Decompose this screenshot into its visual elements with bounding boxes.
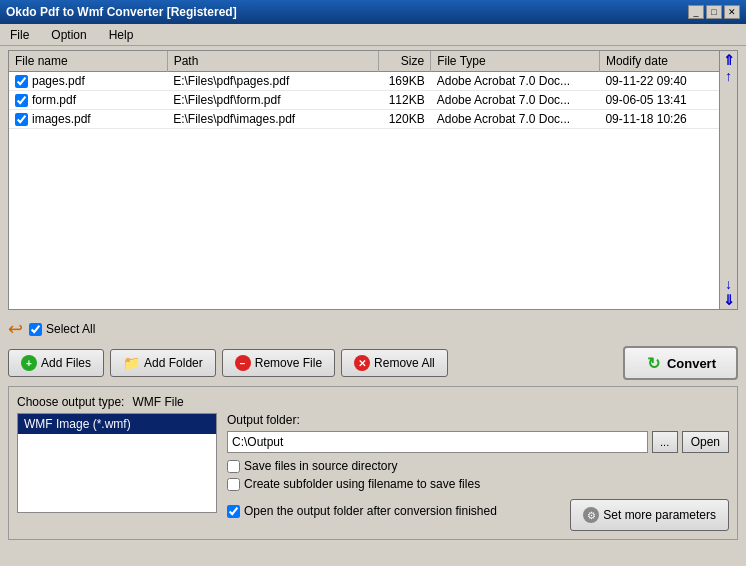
maximize-button[interactable]: □ (706, 5, 722, 19)
browse-button[interactable]: ... (652, 431, 678, 453)
add-folder-label: Add Folder (144, 356, 203, 370)
option2-row: Create subfolder using filename to save … (227, 477, 729, 491)
col-filetype: File Type (431, 51, 600, 72)
cell-path-2: E:\Files\pdf\images.pdf (167, 110, 378, 129)
add-files-icon: + (21, 355, 37, 371)
col-modifydate: Modify date (599, 51, 736, 72)
option1-checkbox[interactable] (227, 460, 240, 473)
menu-bar: File Option Help (0, 24, 746, 46)
scroll-down-arrow[interactable]: ↓ (725, 277, 732, 291)
menu-option[interactable]: Option (45, 26, 92, 44)
col-filename: File name (9, 51, 167, 72)
option2-label: Create subfolder using filename to save … (244, 477, 480, 491)
output-folder-input[interactable] (227, 431, 648, 453)
output-type-value: WMF File (132, 395, 183, 409)
set-params-button[interactable]: ⚙ Set more parameters (570, 499, 729, 531)
cell-modifydate-2: 09-11-18 10:26 (599, 110, 736, 129)
cell-filetype-1: Adobe Acrobat 7.0 Doc... (431, 91, 600, 110)
cell-size-1: 112KB (378, 91, 431, 110)
menu-help[interactable]: Help (103, 26, 140, 44)
add-files-button[interactable]: + Add Files (8, 349, 104, 377)
output-folder-label: Output folder: (227, 413, 729, 427)
back-icon[interactable]: ↩ (8, 318, 23, 340)
output-folder-row: ... Open (227, 431, 729, 453)
remove-file-button[interactable]: − Remove File (222, 349, 335, 377)
add-folder-icon: 📁 (123, 355, 140, 371)
cell-filename-2: images.pdf (9, 110, 167, 129)
select-all-checkbox[interactable] (29, 323, 42, 336)
table-row: images.pdf E:\Files\pdf\images.pdf 120KB… (9, 110, 737, 129)
option3-row: Open the output folder after conversion … (227, 504, 497, 518)
table-row: pages.pdf E:\Files\pdf\pages.pdf 169KB A… (9, 72, 737, 91)
set-params-label: Set more parameters (603, 508, 716, 522)
convert-icon: ↻ (645, 354, 663, 372)
remove-file-icon: − (235, 355, 251, 371)
col-size: Size (378, 51, 431, 72)
option2-checkbox[interactable] (227, 478, 240, 491)
select-all-row: ↩ Select All (0, 314, 746, 344)
scroll-top-arrow[interactable]: ⇑ (723, 53, 735, 67)
cell-filename-1: form.pdf (9, 91, 167, 110)
option1-label: Save files in source directory (244, 459, 397, 473)
remove-all-label: Remove All (374, 356, 435, 370)
window-controls: _ □ ✕ (688, 5, 740, 19)
gear-icon: ⚙ (583, 507, 599, 523)
row-checkbox-0[interactable] (15, 75, 28, 88)
cell-filename-0: pages.pdf (9, 72, 167, 91)
title-bar: Okdo Pdf to Wmf Converter [Registered] _… (0, 0, 746, 24)
add-files-label: Add Files (41, 356, 91, 370)
button-row: + Add Files 📁 Add Folder − Remove File ✕… (0, 344, 746, 384)
row-checkbox-1[interactable] (15, 94, 28, 107)
cell-modifydate-1: 09-06-05 13:41 (599, 91, 736, 110)
cell-modifydate-0: 09-11-22 09:40 (599, 72, 736, 91)
option1-row: Save files in source directory (227, 459, 729, 473)
file-table: File name Path Size File Type Modify dat… (9, 51, 737, 129)
cell-filetype-2: Adobe Acrobat 7.0 Doc... (431, 110, 600, 129)
cell-path-1: E:\Files\pdf\form.pdf (167, 91, 378, 110)
cell-size-0: 169KB (378, 72, 431, 91)
remove-file-label: Remove File (255, 356, 322, 370)
cell-path-0: E:\Files\pdf\pages.pdf (167, 72, 378, 91)
cell-size-2: 120KB (378, 110, 431, 129)
scroll-bottom-arrow[interactable]: ⇓ (723, 293, 735, 307)
table-row: form.pdf E:\Files\pdf\form.pdf 112KB Ado… (9, 91, 737, 110)
file-table-container: File name Path Size File Type Modify dat… (8, 50, 738, 310)
minimize-button[interactable]: _ (688, 5, 704, 19)
remove-all-button[interactable]: ✕ Remove All (341, 349, 448, 377)
output-folder-section: Output folder: ... Open Save files in so… (227, 413, 729, 531)
convert-button[interactable]: ↻ Convert (623, 346, 738, 380)
open-button[interactable]: Open (682, 431, 729, 453)
output-type-label: Choose output type: (17, 395, 124, 409)
option3-checkbox[interactable] (227, 505, 240, 518)
output-type-section: WMF Image (*.wmf) (17, 413, 217, 531)
row-checkbox-2[interactable] (15, 113, 28, 126)
close-button[interactable]: ✕ (724, 5, 740, 19)
window-title: Okdo Pdf to Wmf Converter [Registered] (6, 5, 237, 19)
output-type-list: WMF Image (*.wmf) (17, 413, 217, 513)
remove-all-icon: ✕ (354, 355, 370, 371)
scroll-up-arrow[interactable]: ↑ (725, 69, 732, 83)
convert-label: Convert (667, 356, 716, 371)
add-folder-button[interactable]: 📁 Add Folder (110, 349, 216, 377)
bottom-layout: WMF Image (*.wmf) Output folder: ... Ope… (17, 413, 729, 531)
col-path: Path (167, 51, 378, 72)
output-type-wmf[interactable]: WMF Image (*.wmf) (18, 414, 216, 434)
select-all-label: Select All (46, 322, 95, 336)
select-all-container: Select All (29, 322, 95, 336)
cell-filetype-0: Adobe Acrobat 7.0 Doc... (431, 72, 600, 91)
option3-label: Open the output folder after conversion … (244, 504, 497, 518)
scroll-arrows: ⇑ ↑ ↓ ⇓ (719, 51, 737, 309)
menu-file[interactable]: File (4, 26, 35, 44)
bottom-panel: Choose output type: WMF File WMF Image (… (8, 386, 738, 540)
